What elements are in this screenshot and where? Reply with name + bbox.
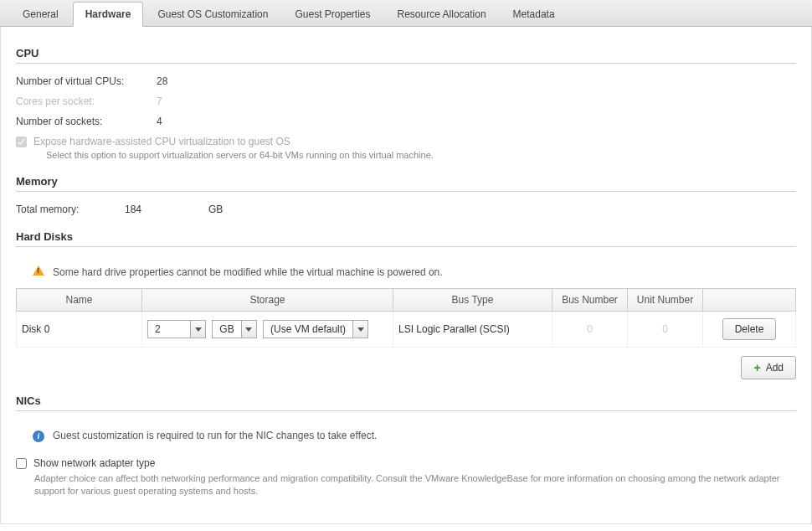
expose-virtualization-checkbox — [16, 137, 27, 147]
col-actions — [703, 289, 796, 312]
disks-warning: Some hard drive properties cannot be mod… — [16, 259, 796, 285]
row-cores: Cores per socket: 7 — [16, 95, 796, 107]
disk-unit-select[interactable]: GB — [212, 320, 256, 338]
tab-hardware[interactable]: Hardware — [73, 2, 144, 27]
expose-virtualization-hint: Select this option to support virtualiza… — [46, 150, 796, 160]
tab-guest-os-customization[interactable]: Guest OS Customization — [145, 2, 280, 26]
disks-buttons: + Add — [16, 356, 796, 379]
disks-table: Name Storage Bus Type Bus Number Unit Nu… — [16, 288, 796, 348]
vcpus-value: 28 — [157, 75, 167, 87]
show-adapter-checkbox[interactable] — [16, 458, 27, 469]
tab-resource-allocation[interactable]: Resource Allocation — [385, 2, 499, 26]
tab-guest-properties[interactable]: Guest Properties — [282, 2, 383, 26]
scroll-area[interactable]: CPU Number of virtual CPUs: 28 Cores per… — [1, 27, 811, 523]
col-unitnum: Unit Number — [628, 289, 703, 312]
content-wrapper: CPU Number of virtual CPUs: 28 Cores per… — [0, 27, 812, 524]
nics-info-text: Guest customization is required to run f… — [53, 430, 377, 441]
delete-button[interactable]: Delete — [722, 318, 777, 340]
disk-unitnum: 0 — [628, 312, 703, 348]
add-button[interactable]: + Add — [741, 356, 796, 379]
disk-storage-cell: 2 GB (Use VM default) — [142, 312, 393, 348]
table-row: Disk 0 2 GB (Use VM default) LSI — [17, 312, 796, 348]
disk-name: Disk 0 — [17, 312, 142, 348]
vcpus-label: Number of virtual CPUs: — [16, 75, 157, 87]
chevron-down-icon — [352, 321, 367, 338]
tab-metadata[interactable]: Metadata — [501, 2, 568, 26]
disk-unit-value: GB — [213, 323, 240, 335]
show-adapter-label: Show network adapter type — [33, 457, 155, 469]
chevron-down-icon — [241, 321, 256, 338]
row-total-memory: Total memory: 184 GB — [16, 204, 796, 215]
tab-bar: General Hardware Guest OS Customization … — [0, 0, 812, 27]
disk-bustype: LSI Logic Parallel (SCSI) — [393, 312, 552, 348]
row-expose-virtualization: Expose hardware-assisted CPU virtualizat… — [16, 136, 796, 147]
row-show-adapter: Show network adapter type — [16, 457, 796, 469]
info-icon: i — [33, 430, 44, 442]
total-memory-unit: GB — [208, 204, 223, 215]
disk-actions-cell: Delete — [703, 312, 796, 348]
col-bustype: Bus Type — [393, 289, 552, 312]
cores-value: 7 — [157, 95, 162, 107]
section-cpu-title: CPU — [16, 47, 796, 64]
sockets-label: Number of sockets: — [16, 116, 157, 127]
col-storage: Storage — [142, 289, 393, 312]
disk-size-value: 2 — [148, 323, 190, 335]
plus-icon: + — [753, 361, 760, 374]
total-memory-value: 184 — [125, 204, 208, 215]
col-busnum: Bus Number — [552, 289, 628, 312]
chevron-down-icon — [190, 321, 205, 338]
disk-policy-value: (Use VM default) — [264, 323, 352, 335]
tab-general[interactable]: General — [10, 2, 71, 26]
col-name: Name — [17, 289, 142, 312]
section-memory-title: Memory — [16, 175, 796, 192]
add-button-label: Add — [766, 362, 784, 374]
disk-size-select[interactable]: 2 — [147, 320, 206, 338]
disk-busnum: 0 — [552, 312, 628, 348]
total-memory-label: Total memory: — [16, 204, 125, 215]
expose-virtualization-label: Expose hardware-assisted CPU virtualizat… — [33, 136, 290, 147]
show-adapter-hint: Adapter choice can affect both networkin… — [34, 472, 796, 498]
row-vcpus: Number of virtual CPUs: 28 — [16, 75, 796, 87]
nics-info: i Guest customization is required to run… — [16, 423, 796, 449]
section-nics-title: NICs — [16, 394, 796, 411]
section-disks-title: Hard Disks — [16, 230, 796, 247]
sockets-value: 4 — [157, 116, 162, 127]
disk-policy-select[interactable]: (Use VM default) — [263, 320, 368, 338]
cores-label: Cores per socket: — [16, 95, 157, 107]
disks-warning-text: Some hard drive properties cannot be mod… — [53, 266, 443, 278]
row-sockets: Number of sockets: 4 — [16, 116, 796, 127]
warning-icon — [33, 266, 44, 278]
